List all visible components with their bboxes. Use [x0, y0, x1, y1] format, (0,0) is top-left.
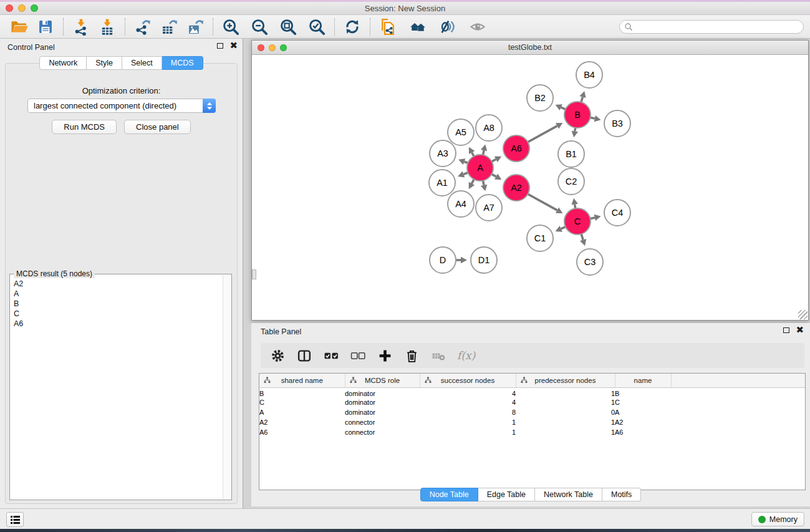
graph-node-C4[interactable]: C4: [604, 199, 631, 226]
function-builder-button[interactable]: f(x): [457, 347, 475, 364]
tab-select[interactable]: Select: [122, 56, 162, 70]
table-cell[interactable]: dominator: [345, 397, 420, 407]
tab-motifs[interactable]: Motifs: [602, 488, 641, 501]
search-input[interactable]: [619, 20, 804, 34]
graph-node-C3[interactable]: C3: [576, 248, 604, 276]
graph-node-A8[interactable]: A8: [475, 114, 503, 142]
graph-node-B2[interactable]: B2: [526, 84, 554, 112]
deselect-all-button[interactable]: [350, 347, 366, 364]
export-image-button[interactable]: [185, 17, 206, 37]
table-cell[interactable]: 1: [516, 397, 615, 407]
table-cell[interactable]: 0: [516, 407, 615, 417]
open-file-button[interactable]: [9, 17, 30, 37]
graph-node-B4[interactable]: B4: [576, 61, 603, 89]
zoom-fit-button[interactable]: [277, 17, 299, 37]
table-cell[interactable]: A: [259, 407, 345, 417]
export-table-button[interactable]: [158, 17, 180, 37]
graph-node-C2[interactable]: C2: [557, 168, 585, 195]
zoom-in-button[interactable]: [220, 17, 241, 37]
table-cell[interactable]: connector: [345, 417, 420, 427]
clone-network-button[interactable]: [377, 17, 398, 37]
overview-splitter-grip[interactable]: [252, 269, 256, 279]
mcds-result-item[interactable]: A: [14, 289, 222, 299]
float-panel-icon[interactable]: [217, 43, 223, 49]
column-header-predecessor-nodes[interactable]: predecessor nodes: [516, 374, 615, 387]
select-all-button[interactable]: [323, 347, 339, 364]
houses-icon[interactable]: [407, 17, 428, 37]
tab-network[interactable]: Network: [39, 56, 87, 70]
table-cell[interactable]: 4: [420, 397, 516, 407]
show-task-history-button[interactable]: [6, 512, 24, 527]
import-table-button[interactable]: [97, 17, 118, 37]
mcds-result-item[interactable]: C: [14, 309, 222, 319]
graph-node-A[interactable]: A: [466, 154, 494, 181]
graph-node-A7[interactable]: A7: [475, 194, 503, 221]
network-canvas[interactable]: B4B2BB3A5A8A6A3AB1C2A1A4A7A2CC4C1C3DD1: [252, 55, 808, 320]
graph-node-A1[interactable]: A1: [428, 169, 456, 196]
mcds-result-item[interactable]: B: [14, 299, 222, 309]
mcds-result-item[interactable]: A6: [14, 319, 222, 329]
zoom-out-button[interactable]: [249, 17, 270, 37]
graph-node-D1[interactable]: D1: [470, 246, 498, 274]
table-cell[interactable]: 1: [420, 427, 516, 437]
table-row[interactable]: Cdominator41C: [259, 397, 805, 407]
column-header-shared-name[interactable]: shared name: [259, 374, 345, 387]
column-header-successor-nodes[interactable]: successor nodes: [420, 374, 516, 387]
close-panel-button[interactable]: Close panel: [124, 120, 191, 134]
column-header-name[interactable]: name: [615, 374, 671, 387]
table-cell[interactable]: A6: [259, 427, 345, 437]
zoom-selected-button[interactable]: [306, 17, 327, 37]
table-cell[interactable]: 8: [420, 407, 516, 417]
table-cell[interactable]: dominator: [345, 387, 420, 397]
table-cell[interactable]: C: [615, 397, 671, 407]
save-session-button[interactable]: [35, 17, 56, 37]
split-view-button[interactable]: [296, 347, 312, 364]
tab-node-table[interactable]: Node Table: [420, 488, 478, 501]
table-row[interactable]: A6connector11A6: [259, 427, 805, 437]
tab-network-table[interactable]: Network Table: [535, 488, 602, 501]
table-cell[interactable]: A2: [615, 417, 671, 427]
delete-table-button[interactable]: [430, 347, 446, 364]
graph-node-D[interactable]: D: [429, 246, 456, 274]
mcds-result-item[interactable]: A2: [14, 279, 222, 289]
tab-mcds[interactable]: MCDS: [162, 56, 203, 70]
table-row[interactable]: Bdominator41B: [259, 387, 805, 397]
graph-node-B1[interactable]: B1: [557, 140, 585, 168]
close-panel-icon[interactable]: ✖: [229, 42, 238, 49]
graph-node-B[interactable]: B: [564, 101, 591, 128]
graph-node-C[interactable]: C: [564, 208, 591, 235]
table-cell[interactable]: 1: [516, 417, 615, 427]
table-cell[interactable]: 1: [516, 427, 615, 437]
graph-node-A6[interactable]: A6: [503, 135, 530, 162]
column-header-mcds-role[interactable]: MCDS role: [345, 374, 420, 387]
show-graphics-details-button[interactable]: [467, 17, 488, 37]
tab-style[interactable]: Style: [87, 56, 122, 70]
delete-columns-button[interactable]: [403, 347, 420, 364]
graph-node-C1[interactable]: C1: [526, 225, 554, 252]
table-row[interactable]: Adominator80A: [259, 407, 805, 417]
table-cell[interactable]: dominator: [345, 407, 420, 417]
create-column-button[interactable]: [377, 347, 393, 364]
run-mcds-button[interactable]: Run MCDS: [52, 120, 117, 134]
close-table-panel-icon[interactable]: ✖: [796, 327, 804, 333]
graph-node-B3[interactable]: B3: [604, 110, 631, 137]
table-cell[interactable]: 4: [420, 387, 516, 397]
criterion-select[interactable]: largest connected component (directed): [27, 99, 216, 113]
export-network-button[interactable]: [132, 17, 153, 37]
table-settings-button[interactable]: [269, 347, 286, 364]
table-cell[interactable]: connector: [345, 427, 420, 437]
memory-button[interactable]: Memory: [751, 512, 804, 526]
float-table-panel-icon[interactable]: [783, 327, 789, 333]
refresh-button[interactable]: [342, 17, 363, 37]
table-cell[interactable]: A6: [615, 427, 671, 437]
table-cell[interactable]: C: [259, 397, 345, 407]
table-row[interactable]: A2connector11A2: [259, 417, 805, 427]
graph-node-A3[interactable]: A3: [429, 140, 456, 167]
network-window-titlebar[interactable]: testGlobe.txt: [252, 41, 808, 55]
window-resize-grip[interactable]: [798, 310, 808, 319]
table-cell[interactable]: A: [615, 407, 671, 417]
table-cell[interactable]: B: [615, 387, 671, 397]
table-cell[interactable]: B: [259, 387, 345, 397]
table-cell[interactable]: 1: [516, 387, 615, 397]
graph-node-A4[interactable]: A4: [447, 190, 475, 218]
